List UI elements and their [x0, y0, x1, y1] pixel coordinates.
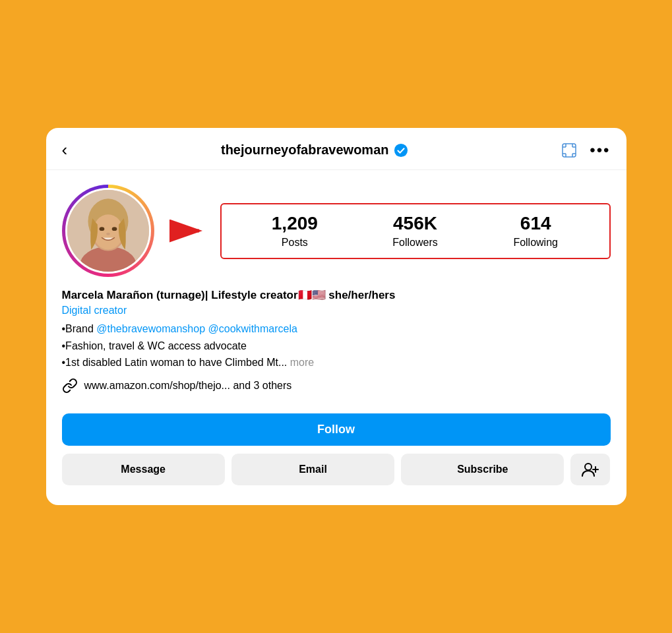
bio-more-link[interactable]: more [287, 357, 314, 368]
avatar-ring [62, 185, 154, 277]
bio-category[interactable]: Digital creator [62, 305, 611, 316]
svg-point-0 [394, 144, 408, 157]
add-friend-button[interactable] [570, 454, 610, 485]
bio-brand-prefix: •Brand [62, 323, 97, 334]
red-arrow-icon [168, 218, 207, 244]
posts-label: Posts [282, 237, 308, 249]
svg-point-18 [106, 233, 110, 235]
following-count: 614 [520, 214, 551, 234]
stats-box: 1,209 Posts 456K Followers 614 Following [220, 203, 611, 259]
follow-button[interactable]: Follow [62, 413, 611, 446]
mention-cookwithmarcela[interactable]: @cookwithmarcela [208, 323, 297, 334]
svg-point-21 [585, 464, 592, 470]
header-center: thejourneyofabravewoman [221, 142, 409, 158]
action-buttons: Follow Message Email Subscribe [46, 407, 626, 485]
subscribe-button[interactable]: Subscribe [401, 454, 564, 485]
svg-point-17 [111, 227, 117, 231]
posts-stat[interactable]: 1,209 Posts [235, 214, 355, 249]
verified-badge-icon [394, 143, 408, 158]
username-label: thejourneyofabravewoman [221, 142, 389, 158]
bio-link-text[interactable]: www.amazon.com/shop/thejo... and 3 other… [84, 380, 292, 392]
arrow-wrap [168, 218, 207, 244]
bio-line-brand: •Brand @thebravewomanshop @cookwithmarce… [62, 320, 611, 338]
profile-section: 1,209 Posts 456K Followers 614 Following [46, 170, 626, 287]
posts-count: 1,209 [272, 214, 318, 234]
bio-line3-text: •1st disabled Latin woman to have Climbe… [62, 357, 288, 368]
bio-line-climbed: •1st disabled Latin woman to have Climbe… [62, 354, 611, 371]
link-others: and 3 others [230, 380, 291, 391]
bio-section: Marcela Marañon (turnage)| Lifestyle cre… [46, 287, 626, 407]
bio-link-row: www.amazon.com/shop/thejo... and 3 other… [62, 378, 611, 394]
target-icon [562, 143, 576, 158]
bio-line-fashion: •Fashion, travel & WC access advocate [62, 338, 611, 355]
followers-count: 456K [393, 214, 437, 234]
svg-rect-1 [563, 144, 576, 157]
avatar-image [67, 188, 149, 274]
email-button[interactable]: Email [231, 454, 394, 485]
svg-point-15 [93, 214, 123, 249]
bio-name: Marcela Marañon (turnage)| Lifestyle cre… [62, 287, 611, 303]
avatar [65, 188, 151, 274]
mention-bravewomanshop[interactable]: @thebravewomanshop [96, 323, 205, 334]
followers-label: Followers [392, 237, 437, 249]
avatar-wrap [62, 185, 154, 277]
following-stat[interactable]: 614 Following [475, 214, 596, 249]
profile-card: ‹ thejourneyofabravewoman ••• [46, 128, 626, 505]
back-button[interactable]: ‹ [62, 140, 68, 160]
followers-stat[interactable]: 456K Followers [355, 214, 475, 249]
secondary-buttons: Message Email Subscribe [62, 454, 611, 485]
message-button[interactable]: Message [62, 454, 225, 485]
more-options-button[interactable]: ••• [590, 141, 610, 160]
following-label: Following [513, 237, 558, 249]
link-url[interactable]: www.amazon.com/shop/thejo... [84, 380, 230, 391]
link-icon [62, 378, 78, 394]
add-person-icon [581, 462, 599, 477]
svg-point-16 [99, 227, 104, 231]
header: ‹ thejourneyofabravewoman ••• [46, 128, 626, 170]
